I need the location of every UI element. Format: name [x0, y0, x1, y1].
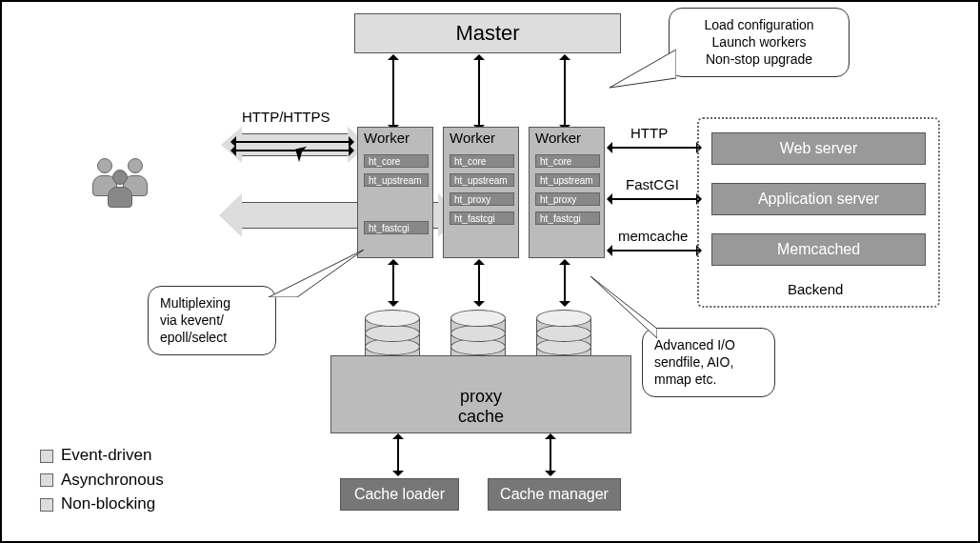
- proxy-cache-box: proxy cache: [330, 355, 631, 433]
- worker-3-mod-1: ht_upstream: [535, 173, 600, 187]
- backend-memcached: Memcached: [711, 233, 926, 266]
- arrow-head-left-2: [219, 193, 242, 237]
- svg-marker-1: [269, 250, 364, 297]
- client-arrow-1: [240, 133, 350, 156]
- worker-2: Worker ht_core ht_upstream ht_proxy ht_f…: [443, 127, 519, 258]
- arrow-worker-cache-3: [564, 264, 566, 302]
- backend-web-server: Web server: [711, 132, 926, 165]
- thin-arrow-1b: [235, 150, 350, 151]
- worker-1-mod-0: ht_core: [364, 154, 429, 168]
- mux-callout: Multiplexing via kevent/ epoll/select: [148, 286, 276, 355]
- legend-item-2: Non-blocking: [40, 492, 164, 516]
- worker-3-mod-2: ht_proxy: [535, 192, 600, 206]
- legend-square-icon: [40, 473, 53, 487]
- proto-memcache-label: memcache: [618, 228, 688, 244]
- users-icon: [92, 154, 159, 221]
- arrow-worker-cache-1: [392, 264, 394, 302]
- arrow-cache-loader: [397, 438, 399, 472]
- cache-loader-box: Cache loader: [340, 478, 459, 511]
- arrow-http: [611, 147, 697, 149]
- io-tail: [590, 276, 657, 338]
- legend-item-0: Event-driven: [40, 443, 164, 468]
- arrow-cache-manager: [550, 438, 551, 472]
- mux-tail: [269, 250, 364, 297]
- arrow-fastcgi: [611, 198, 697, 200]
- thin-arrow-1a: [235, 141, 350, 143]
- master-box: Master: [354, 13, 621, 53]
- callout-tail: [610, 50, 676, 97]
- worker-1: Worker ht_core ht_upstream ht_fastcgi: [357, 127, 433, 258]
- proto-fastcgi-label: FastCGI: [626, 176, 679, 192]
- legend-square-icon: [40, 450, 53, 463]
- http-https-label: HTTP/HTTPS: [242, 109, 330, 125]
- svg-marker-0: [610, 50, 676, 88]
- legend: Event-driven Asynchronous Non-blocking: [40, 443, 164, 516]
- worker-2-mod-3: ht_fastcgi: [450, 211, 514, 225]
- legend-item-1: Asynchronous: [40, 468, 164, 493]
- master-callout: Load configuration Launch workers Non-st…: [669, 8, 850, 77]
- arrow-memcache: [611, 250, 697, 251]
- worker-1-mod-1: ht_upstream: [364, 173, 429, 187]
- worker-3-mod-3: ht_fastcgi: [535, 211, 600, 225]
- io-callout: Advanced I/O sendfile, AIO, mmap etc.: [642, 328, 775, 397]
- worker-1-title: Worker: [364, 130, 410, 146]
- backend-app-server: Application server: [711, 183, 926, 215]
- svg-marker-2: [590, 276, 657, 338]
- worker-3-title: Worker: [535, 130, 581, 146]
- worker-2-mod-1: ht_upstream: [450, 173, 514, 187]
- worker-3-mod-0: ht_core: [535, 154, 600, 168]
- proto-http-label: HTTP: [630, 125, 668, 141]
- legend-square-icon: [40, 498, 53, 512]
- worker-2-mod-0: ht_core: [450, 154, 514, 168]
- cache-manager-box: Cache manager: [488, 478, 621, 511]
- worker-2-title: Worker: [450, 130, 495, 146]
- backend-label: Backend: [788, 281, 843, 297]
- arrow-master-worker-3: [564, 59, 566, 126]
- arrow-worker-cache-2: [478, 264, 480, 302]
- arrow-master-worker-2: [478, 59, 480, 126]
- worker-1-mod-3: ht_fastcgi: [364, 221, 429, 234]
- worker-2-mod-2: ht_proxy: [450, 192, 514, 206]
- arrow-master-worker-1: [392, 59, 394, 126]
- worker-3: Worker ht_core ht_upstream ht_proxy ht_f…: [529, 127, 605, 258]
